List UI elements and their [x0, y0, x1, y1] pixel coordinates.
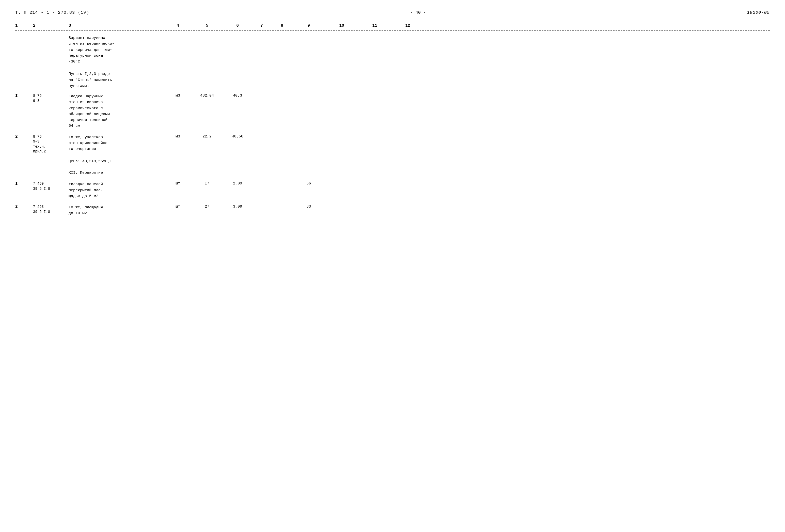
col-header-6: 6 [224, 23, 252, 28]
col-header-12: 12 [391, 23, 424, 28]
row2-col5-1: I7 [191, 181, 224, 186]
row-desc-1: Кладка наружных стен из кирпича керамиче… [69, 94, 165, 129]
page-header: Т. П 214 - 1 - 270.83 (iv) - 40 - 19200-… [15, 10, 770, 16]
col-header-4: 4 [165, 23, 191, 28]
row-col6-2: 40,56 [224, 134, 252, 139]
row2-col6-1: 2,09 [224, 181, 252, 186]
row2-col5-2: 27 [191, 204, 224, 209]
price-note-text: Цена: 40,3+3,55х0,I [69, 157, 165, 164]
col-header-11: 11 [358, 23, 391, 28]
row2-col9-2: 83 [292, 204, 325, 209]
col-header-5: 5 [191, 23, 224, 28]
row-col5-2: 22,2 [191, 134, 224, 139]
points-note: Пункты I,2,3 разде- ла "Стены" заменить … [15, 67, 770, 90]
row2-num-2: 2 [15, 204, 33, 209]
col-header-3: 3 [69, 23, 165, 28]
row-col6-1: 40,3 [224, 94, 252, 98]
col-header-8: 8 [272, 23, 292, 28]
col-header-1: 1 [15, 23, 33, 28]
row2-desc-2: То же, площадью до 10 м2 [69, 204, 165, 217]
header-center: - 40 - [410, 10, 426, 15]
row-desc-2: То же, участков стен криволинейно- го оч… [69, 134, 165, 152]
intro-text: Вариант наружных стен из керамическо- го… [69, 35, 165, 65]
header-title: Т. П 214 - 1 - 270.83 (iv) [15, 10, 89, 15]
header-right: 19200-05 [747, 10, 770, 15]
row-num-2: 2 [15, 134, 33, 139]
col-header-7: 7 [252, 23, 272, 28]
table-row: 2 7–46339–6–I.8 То же, площадью до 10 м2… [15, 201, 770, 218]
row2-col4-2: шт [165, 204, 191, 209]
price-note: Цена: 40,3+3,55х0,I [15, 156, 770, 166]
row-num-1: I [15, 94, 33, 98]
row2-col6-2: 3,09 [224, 204, 252, 209]
row-code-2: 8–769–3тех.ч.прил.2 [33, 134, 69, 154]
table-row: I 7–46039–5–I.8 Укладка панелей перекрыт… [15, 178, 770, 201]
top-divider [15, 19, 770, 19]
row-col4-1: м3 [165, 94, 191, 98]
col-header-9: 9 [292, 23, 325, 28]
table-row: 2 8–769–3тех.ч.прил.2 То же, участков ст… [15, 131, 770, 156]
row2-code-1: 7–46039–5–I.8 [33, 181, 69, 191]
row-code-1: 8–769–3 [33, 94, 69, 103]
row2-code-2: 7–46339–6–I.8 [33, 204, 69, 214]
section-xii-label: XII. Перекрытие [69, 170, 165, 176]
row2-num-1: I [15, 181, 33, 186]
row-col4-2: м3 [165, 134, 191, 139]
section-xii-header: XII. Перекрытие [15, 166, 770, 178]
col-header-2: 2 [33, 23, 69, 28]
intro-block: Вариант наружных стен из керамическо- го… [15, 30, 770, 67]
row2-col4-1: шт [165, 181, 191, 186]
row-col5-1: 482,04 [191, 94, 224, 98]
col-header-10: 10 [325, 23, 358, 28]
column-headers: 1 2 3 4 5 6 7 8 9 10 11 12 [15, 21, 770, 30]
row2-col9-1: 56 [292, 181, 325, 186]
table-row: I 8–769–3 Кладка наружных стен из кирпич… [15, 90, 770, 131]
row2-desc-1: Укладка панелей перекрытий пло- щадью до… [69, 181, 165, 199]
